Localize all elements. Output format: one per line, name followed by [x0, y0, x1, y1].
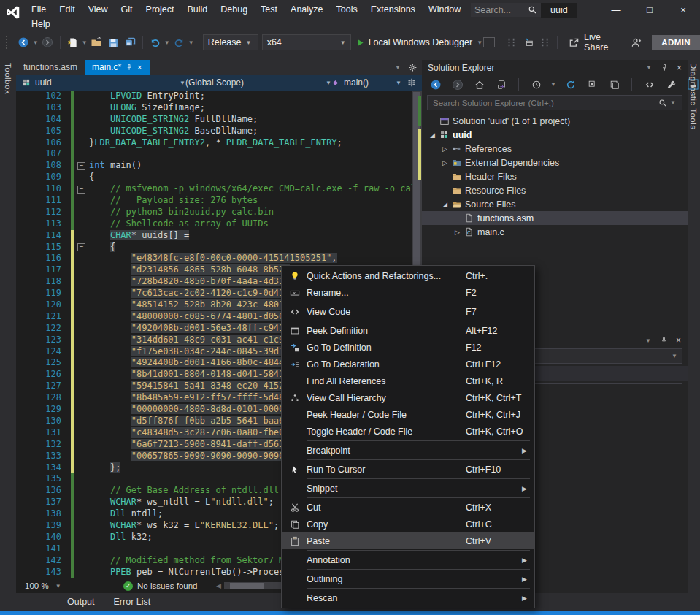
diagnostic-tools-side-tab[interactable]: Diagnostic Tools [688, 60, 700, 345]
forward-button[interactable] [449, 77, 466, 93]
menu-item-go-to-definition[interactable]: Go To DefinitionF12 [282, 339, 534, 356]
menu-item-go-to-declaration[interactable]: Go To DeclarationCtrl+F12 [282, 356, 534, 373]
saveall-button[interactable] [122, 34, 139, 50]
menu-item-outlining[interactable]: Outlining▶ [282, 570, 534, 587]
tree-item-external-dependencies[interactable]: ▷External Dependencies [422, 156, 688, 169]
tree-item-functions-asm[interactable]: functions.asm [422, 211, 688, 225]
menu-extensions[interactable]: Extensions [364, 4, 422, 15]
code-line[interactable]: 113 // Shellcode as array of UUIDs [16, 218, 412, 230]
attach-button[interactable] [520, 34, 536, 50]
toolbox-side-tab[interactable]: Toolbox [0, 53, 16, 593]
redo-button[interactable] [171, 34, 188, 50]
close-icon[interactable]: × [677, 63, 682, 73]
minimize-button[interactable]: — [599, 0, 633, 20]
bottom-tab-error-list[interactable]: Error List [114, 597, 151, 607]
menu-build[interactable]: Build [180, 4, 214, 15]
tree-item-resource-files[interactable]: Resource Files [422, 183, 688, 197]
menu-help[interactable]: Help [25, 19, 57, 29]
menu-project[interactable]: Project [139, 4, 181, 15]
home-button[interactable] [471, 77, 488, 93]
code-line[interactable]: 116 "e48348fc-e8f0-00c0-0000-41514150525… [16, 253, 412, 264]
hot-reload-icon[interactable] [483, 37, 495, 47]
collapseall-button[interactable] [606, 77, 623, 93]
save-button[interactable] [105, 34, 122, 50]
split-window-icon[interactable] [407, 78, 416, 87]
code-line[interactable]: 115− { [16, 242, 412, 253]
collapse-icon[interactable]: − [77, 186, 85, 194]
member-dropdown[interactable]: main() ▼ [331, 77, 401, 88]
wrench-button[interactable] [663, 77, 680, 93]
toolbar-grip[interactable] [6, 36, 12, 49]
menu-item-rescan[interactable]: Rescan▶ [282, 589, 534, 606]
configuration-dropdown[interactable]: Release▼ [203, 34, 258, 50]
solution-search-box[interactable]: Search Solution Explorer (Ctrl+;) ▼ [427, 95, 682, 110]
platform-dropdown[interactable]: x64▼ [262, 34, 351, 50]
live-share-button[interactable]: Live Share [569, 32, 618, 53]
code-line[interactable]: 114 CHAR* uuids[] = [16, 230, 412, 242]
admin-button[interactable]: ADMIN [652, 35, 700, 50]
menu-item-peek-header-code-file[interactable]: Peek Header / Code FileCtrl+K, Ctrl+J [282, 406, 534, 423]
code-line[interactable]: 112 // python3 bin2uuid.py calc.bin [16, 207, 412, 218]
debug-target-button[interactable]: Local Windows Debugger▼ [355, 37, 483, 47]
menu-tools[interactable]: Tools [330, 4, 364, 15]
menu-item-toggle-header-code-file[interactable]: Toggle Header / Code FileCtrl+K, Ctrl+O [282, 423, 534, 440]
menu-file[interactable]: File [25, 4, 53, 15]
tab-functions-asm[interactable]: functions.asm [16, 60, 85, 75]
tree-item-source-files[interactable]: ◢Source Files [422, 197, 688, 211]
maximize-button[interactable]: □ [633, 0, 666, 20]
menu-item-breakpoint[interactable]: Breakpoint▶ [282, 442, 534, 459]
code-line[interactable]: 108−int main() [16, 160, 412, 172]
quick-search-box[interactable]: Search... [471, 3, 541, 17]
close-icon[interactable]: × [676, 335, 681, 345]
menu-test[interactable]: Test [254, 4, 284, 15]
step-button[interactable] [536, 34, 553, 50]
collapsed-arrow-icon[interactable]: ▷ [440, 145, 450, 153]
nest-button[interactable] [584, 77, 601, 93]
health-indicator[interactable]: ✓ No issues found [123, 581, 197, 591]
back-button[interactable] [427, 77, 444, 93]
tree-item-solution-uuid-1-of-1-project[interactable]: Solution 'uuid' (1 of 1 project) [422, 114, 688, 128]
undo-button[interactable] [147, 34, 164, 50]
menu-item-run-to-cursor[interactable]: Run To CursorCtrl+F10 [282, 461, 534, 478]
code-line[interactable]: 103 ULONG SizeOfImage; [16, 102, 412, 114]
menu-edit[interactable]: Edit [53, 4, 82, 15]
fold-margin[interactable]: − [74, 183, 89, 195]
pin-icon[interactable] [126, 64, 133, 71]
menu-debug[interactable]: Debug [214, 4, 254, 15]
code-button[interactable] [641, 77, 658, 93]
clock-button[interactable] [528, 77, 545, 93]
menu-item-copy[interactable]: CopyCtrl+C [282, 516, 534, 532]
code-line[interactable]: 102 LPVOID EntryPoint; [16, 91, 412, 102]
menu-item-annotation[interactable]: Annotation▶ [282, 551, 534, 568]
menu-window[interactable]: Window [422, 4, 467, 15]
code-line[interactable]: 107 [16, 148, 412, 160]
fold-margin[interactable]: − [74, 242, 89, 253]
code-line[interactable]: 111 // Payload size: 276 bytes [16, 195, 412, 207]
pin-icon[interactable] [661, 64, 669, 72]
collapse-icon[interactable]: − [77, 243, 85, 251]
menu-item-cut[interactable]: CutCtrl+X [282, 499, 534, 516]
window-position-chevron-icon[interactable]: ▼ [645, 64, 653, 71]
code-line[interactable]: 109{ [16, 172, 412, 183]
fold-margin[interactable]: − [74, 160, 89, 172]
close-button[interactable]: × [666, 0, 700, 20]
step-button[interactable] [503, 34, 520, 50]
menu-analyze[interactable]: Analyze [284, 4, 329, 15]
back-button[interactable] [15, 34, 32, 50]
zoom-selector[interactable]: 100 % ▼ [16, 581, 76, 590]
scroll-left-icon[interactable]: ◀ [213, 582, 224, 589]
tab-list-chevron-icon[interactable]: ▼ [394, 64, 401, 71]
tree-item-uuid[interactable]: ◢uuid [422, 128, 688, 142]
expanded-arrow-icon[interactable]: ◢ [440, 201, 450, 208]
bottom-tab-output[interactable]: Output [67, 597, 95, 607]
menu-item-snippet[interactable]: Snippet▶ [282, 480, 534, 497]
collapsed-arrow-icon[interactable]: ▷ [440, 159, 450, 167]
code-line[interactable]: 106}LDR_DATA_TABLE_ENTRY2, * PLDR_DATA_T… [16, 137, 412, 149]
close-icon[interactable]: × [137, 63, 142, 72]
openfolder-button[interactable] [88, 34, 105, 50]
menu-item-view-call-hierarchy[interactable]: View Call HierarchyCtrl+K, Ctrl+T [282, 389, 534, 406]
menu-git[interactable]: Git [115, 4, 139, 15]
menu-item-quick-actions-and-refactorings[interactable]: Quick Actions and Refactorings...Ctrl+. [282, 267, 534, 284]
pin-icon[interactable] [660, 337, 668, 345]
tree-item-main-c[interactable]: ▷Cmain.c [422, 225, 688, 239]
